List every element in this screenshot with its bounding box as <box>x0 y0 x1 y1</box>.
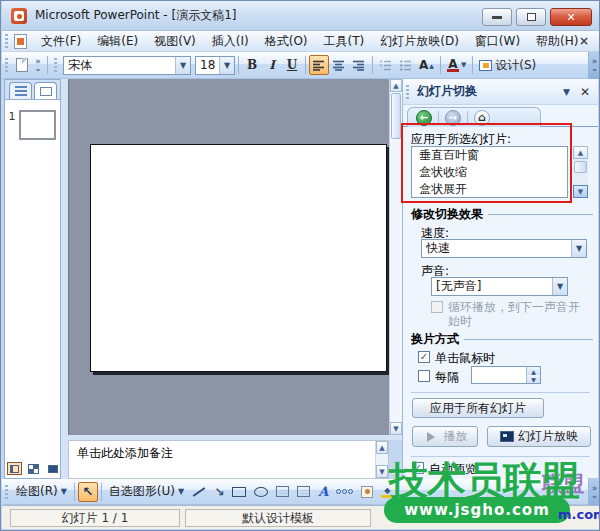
toolbar-grip[interactable] <box>5 34 8 48</box>
underline-button[interactable]: U <box>282 55 302 75</box>
font-color-button[interactable]: A ▼ <box>444 55 469 75</box>
scroll-up-icon[interactable]: ▲ <box>573 146 588 159</box>
slide-transition-task-pane: 幻灯片切换 ▼ ✕ ← → ⌂ 应用于所选幻灯片: 垂直百叶窗 盒状收缩 盒状展… <box>402 79 598 479</box>
chevron-down-icon[interactable]: ▼ <box>175 57 190 74</box>
interval-value[interactable] <box>472 367 526 383</box>
spin-down-icon[interactable]: ▼ <box>527 375 540 383</box>
close-icon: ✕ <box>566 11 575 24</box>
auto-preview-checkbox[interactable]: 自动预览 <box>412 461 477 478</box>
autoshapes-menu-button[interactable]: 自选图形(U)▼ <box>105 483 188 500</box>
outline-tab[interactable] <box>9 82 32 99</box>
font-size-combobox[interactable]: 18 ▼ <box>195 56 235 75</box>
menu-slideshow[interactable]: 幻灯片放映(D) <box>372 30 467 53</box>
scroll-up-icon[interactable]: ▲ <box>390 79 402 92</box>
toolbar-overflow-icon[interactable]: »⌄ <box>32 54 44 76</box>
slideshow-button[interactable]: 幻灯片放映 <box>487 426 591 447</box>
select-objects-button[interactable]: ↖ <box>78 482 98 502</box>
sound-dropdown[interactable]: [无声音] ▼ <box>431 277 568 296</box>
home-button[interactable]: ⌂ <box>474 110 490 126</box>
slide-canvas[interactable] <box>90 144 387 372</box>
back-button[interactable]: ← <box>416 110 432 126</box>
bullets-button[interactable] <box>396 55 416 75</box>
apply-to-all-button[interactable]: 应用于所有幻灯片 <box>412 398 544 418</box>
normal-view-icon <box>10 465 19 473</box>
forward-button[interactable]: → <box>445 110 461 126</box>
vertical-text-box-tool-icon[interactable] <box>297 486 310 497</box>
slides-panel: 1 <box>4 79 61 479</box>
slide-thumbnail[interactable] <box>19 110 56 140</box>
numbering-button[interactable] <box>376 55 396 75</box>
pane-splitter[interactable] <box>61 79 68 479</box>
transition-list-item[interactable]: 垂直百叶窗 <box>412 147 567 164</box>
task-pane-menu-icon[interactable]: ▼ <box>555 87 578 97</box>
bold-button[interactable]: B <box>242 55 262 75</box>
wordart-tool-icon[interactable]: A <box>318 484 328 499</box>
scrollbar-thumb[interactable] <box>574 161 587 173</box>
transition-list-item[interactable]: 盒状展开 <box>412 181 567 198</box>
scroll-down-icon[interactable]: ▼ <box>376 465 388 478</box>
notes-placeholder[interactable]: 单击此处添加备注 <box>69 441 388 466</box>
automatically-after-checkbox[interactable]: 每隔 <box>418 369 459 386</box>
menu-window[interactable]: 窗口(W) <box>467 30 528 53</box>
menu-tools[interactable]: 工具(T) <box>316 30 373 53</box>
slideshow-view-button[interactable] <box>45 462 60 475</box>
slideshow-screen-icon <box>500 431 514 442</box>
italic-button[interactable]: I <box>262 55 282 75</box>
draw-menu-button[interactable]: 绘图(R)▼ <box>12 483 71 500</box>
menu-format[interactable]: 格式(O) <box>257 30 316 53</box>
toolbar-grip[interactable] <box>54 58 57 72</box>
slides-tab[interactable] <box>34 82 57 99</box>
chevron-down-icon[interactable]: ▼ <box>219 57 234 74</box>
spin-up-icon[interactable]: ▲ <box>527 367 540 375</box>
menu-file[interactable]: 文件(F) <box>33 30 89 53</box>
notes-scrollbar[interactable]: ▲ ▼ <box>375 441 388 478</box>
chevron-down-icon[interactable]: ▼ <box>571 240 586 257</box>
task-pane-close-icon[interactable]: ✕ <box>578 85 598 99</box>
menu-edit[interactable]: 编辑(E) <box>89 30 146 53</box>
diagram-tool-icon[interactable] <box>336 489 353 494</box>
on-mouse-click-checkbox[interactable]: 单击鼠标时 <box>418 350 495 367</box>
align-left-button[interactable] <box>309 55 329 75</box>
align-center-button[interactable] <box>329 55 349 75</box>
toolbar-overflow-icon[interactable]: »⌄ <box>588 478 600 505</box>
transition-list-item[interactable]: 盒状收缩 <box>412 164 567 181</box>
arrow-tool-icon[interactable]: ↘ <box>214 485 224 499</box>
text-box-tool-icon[interactable] <box>276 486 289 497</box>
slide-sorter-view-button[interactable] <box>26 462 41 475</box>
notes-pane[interactable]: 单击此处添加备注 ▲ ▼ <box>68 440 389 479</box>
rectangle-tool-icon[interactable] <box>232 487 246 497</box>
minimize-button[interactable] <box>482 8 512 26</box>
transition-list-scrollbar[interactable]: ▲ ▼ <box>573 146 588 198</box>
advance-slide-header: 换片方式 <box>411 331 593 348</box>
clipart-tool-icon[interactable] <box>361 486 373 498</box>
toolbar-grip[interactable] <box>5 485 8 499</box>
line-tool-icon[interactable] <box>193 487 206 497</box>
restore-button[interactable] <box>516 8 546 26</box>
close-button[interactable]: ✕ <box>550 8 592 26</box>
menu-insert[interactable]: 插入(I) <box>204 30 257 53</box>
document-close-icon[interactable]: × <box>577 34 591 48</box>
toolbar-overflow-icon[interactable]: »⌄ <box>588 52 600 79</box>
fill-color-icon[interactable]: ◆ <box>381 486 393 498</box>
transition-list[interactable]: 垂直百叶窗 盒状收缩 盒状展开 <box>411 146 568 198</box>
scroll-down-icon[interactable]: ▼ <box>573 185 588 198</box>
scroll-down-icon[interactable]: ▼ <box>390 422 402 435</box>
toolbar-grip[interactable] <box>406 85 409 99</box>
scroll-up-icon[interactable]: ▲ <box>376 441 388 454</box>
new-slide-button[interactable] <box>12 55 32 75</box>
interval-spinner[interactable]: ▲▼ <box>471 366 541 384</box>
oval-tool-icon[interactable] <box>254 487 268 497</box>
editor-scrollbar[interactable]: ▲ ▼ <box>389 79 402 435</box>
play-button[interactable]: 播放 <box>412 426 478 447</box>
chevron-down-icon[interactable]: ▼ <box>552 278 567 295</box>
scrollbar-thumb[interactable] <box>391 93 401 139</box>
menu-view[interactable]: 视图(V) <box>146 30 204 53</box>
normal-view-button[interactable] <box>7 462 22 475</box>
toolbar-grip[interactable] <box>5 58 8 72</box>
increase-font-size-button[interactable]: A▲ <box>416 55 437 75</box>
speed-dropdown[interactable]: 快速 ▼ <box>421 239 587 258</box>
design-button[interactable]: 设计(S) <box>476 55 539 75</box>
font-name-combobox[interactable]: 宋体 ▼ <box>63 56 191 75</box>
align-right-button[interactable] <box>349 55 369 75</box>
chevron-down-icon[interactable]: ▼ <box>461 61 466 69</box>
